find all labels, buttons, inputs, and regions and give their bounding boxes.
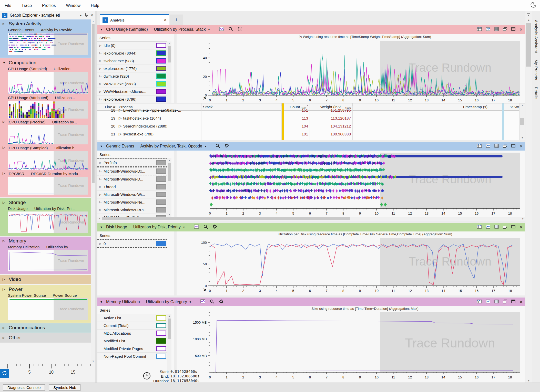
expander-icon[interactable]: ▷: [99, 44, 102, 47]
scroll-up-icon[interactable]: ▲: [167, 158, 171, 162]
series-row[interactable]: Non-Paged Pool Commit: [97, 353, 167, 360]
tab-analysis[interactable]: 1 Analysis ×: [100, 14, 169, 25]
menu-item-profiles[interactable]: Profiles: [42, 3, 56, 8]
table-only-icon[interactable]: [494, 27, 499, 32]
sidebar-graph-label-row[interactable]: CPU Usage (Attributed)Utilization...: [0, 96, 91, 100]
gear-icon[interactable]: [219, 299, 223, 305]
scroll-thumb[interactable]: [168, 163, 171, 181]
graph-explorer-header[interactable]: 1 Graph Explorer - sample.etl ▼ ×: [0, 11, 95, 19]
expander-icon[interactable]: ▷: [99, 98, 102, 101]
gallery-icon[interactable]: [200, 299, 205, 304]
expander-icon[interactable]: ▷: [3, 239, 6, 243]
expander-icon[interactable]: ▷: [3, 22, 6, 26]
gear-icon[interactable]: [238, 27, 242, 32]
refresh-button[interactable]: [0, 369, 9, 378]
expander-icon[interactable]: ▷: [3, 336, 6, 340]
graph-thumbnail[interactable]: Trace Rundown: [8, 177, 88, 195]
series-row[interactable]: Modified Private Pages: [97, 345, 167, 353]
close-panel-icon[interactable]: ×: [519, 225, 523, 230]
sidebar-section-title-row[interactable]: ▼Computation: [0, 59, 91, 66]
series-row[interactable]: ▷WPRUI.exe (2388): [97, 80, 167, 88]
expander-icon[interactable]: ▷: [119, 124, 122, 128]
expander-icon[interactable]: ▷: [3, 201, 6, 204]
close-panel-icon[interactable]: ×: [519, 299, 523, 304]
gallery-icon[interactable]: [194, 225, 199, 230]
series-row[interactable]: ▷Thread: [97, 183, 167, 191]
collapse-arrow-icon[interactable]: ▼: [100, 145, 104, 148]
side-tab-details[interactable]: Details: [534, 87, 538, 99]
open-copy-icon[interactable]: [503, 144, 507, 149]
panel-divider[interactable]: [95, 11, 97, 383]
chevron-down-icon[interactable]: ▼: [80, 14, 82, 17]
series-row[interactable]: ▷Microsoft-Windows-Ne...: [97, 198, 167, 206]
graph-thumbnail[interactable]: Trace Rundown: [8, 101, 88, 119]
expander-icon[interactable]: ▷: [119, 108, 122, 112]
sidebar-section-title-row[interactable]: ▷Memory: [0, 237, 91, 244]
series-row[interactable]: ▷svchost.exe (988): [97, 57, 167, 65]
expander-icon[interactable]: ▷: [99, 90, 102, 93]
series-row[interactable]: ▷Microsoft-Windows-Dx...: [97, 167, 167, 175]
side-tab-analysis-assistant[interactable]: Analysis Assistant: [534, 20, 538, 53]
panel-header[interactable]: ▼ Memory Utilization Utilization by Cate…: [97, 298, 525, 306]
sidebar-section-title-row[interactable]: ▷Storage: [0, 199, 91, 206]
expander-icon[interactable]: ▷: [99, 201, 102, 204]
pin-icon[interactable]: [84, 13, 88, 18]
expander-icon[interactable]: ▷: [99, 161, 102, 164]
close-panel-icon[interactable]: ×: [519, 144, 523, 149]
scroll-down-icon[interactable]: ▼: [519, 136, 525, 140]
graph-only-icon[interactable]: [486, 225, 490, 230]
graph-only-icon[interactable]: [486, 144, 490, 149]
scroll-left-icon[interactable]: ◄: [97, 217, 101, 221]
open-copy-icon[interactable]: [503, 300, 507, 304]
maximize-panel-icon[interactable]: [511, 27, 515, 32]
scroll-thumb[interactable]: [520, 118, 524, 125]
sidebar-graph-label-row[interactable]: CPU Usage (Sampled)Utilization...: [0, 67, 91, 71]
scroll-down-icon[interactable]: ▼: [525, 379, 532, 383]
preset-dropdown[interactable]: Utilization by Process, Stack▼: [154, 27, 210, 32]
series-column-header[interactable]: Series: [97, 151, 167, 158]
menu-item-help[interactable]: Help: [91, 3, 99, 8]
document-well-menu-icon[interactable]: [525, 11, 532, 18]
expander-icon[interactable]: ▷: [99, 242, 102, 245]
series-scrollbar[interactable]: ▲▼: [167, 158, 171, 217]
series-row[interactable]: ▷Microsoft-Windows-D...: [97, 175, 167, 183]
graph-and-table-icon[interactable]: [477, 225, 482, 230]
series-row[interactable]: ▷explorer.exe (1776): [97, 65, 167, 72]
series-row[interactable]: ▷Idle (0): [97, 42, 167, 49]
scroll-up-icon[interactable]: ▲: [91, 19, 95, 24]
table-row[interactable]: 20▷SearchIndexer.exe (2880)104104.131212…: [97, 122, 525, 130]
expander-icon[interactable]: ▷: [99, 170, 102, 173]
graph-thumbnail[interactable]: Trace Rundown: [8, 151, 88, 170]
expander-icon[interactable]: ▷: [3, 172, 6, 176]
series-row[interactable]: ▷Perfinfo: [97, 158, 167, 167]
gear-icon[interactable]: [212, 224, 217, 230]
sidebar-section-title-row[interactable]: ▷System Activity: [0, 20, 91, 27]
series-row[interactable]: ▷Microsoft-Windows-Wi...: [97, 191, 167, 198]
preset-dropdown[interactable]: Utilization by Category▼: [146, 300, 192, 304]
expander-icon[interactable]: ▷: [99, 193, 102, 196]
sidebar-graph-label-row[interactable]: ▷DPC/ISRDPC/ISR Duration by Modu...: [0, 172, 91, 176]
table-only-icon[interactable]: [494, 144, 499, 149]
expander-icon[interactable]: ▷: [99, 185, 102, 188]
expander-icon[interactable]: ▷: [3, 288, 6, 291]
series-row[interactable]: ▷0: [97, 239, 167, 248]
series-column-header[interactable]: Series: [97, 34, 167, 42]
open-copy-icon[interactable]: [503, 225, 507, 230]
table-row[interactable]: 18▷LiveComm.exe <pple-ae58af2e-...151151…: [97, 106, 525, 114]
graph-and-table-icon[interactable]: [477, 144, 482, 149]
cpu-usage-chart[interactable]: Trace Rundown% Weight using resource tim…: [177, 34, 525, 103]
sidebar-graph-label-row[interactable]: Disk UsageUtilization by Disk, Pri...: [0, 206, 91, 211]
graph-only-icon[interactable]: [486, 27, 490, 32]
maximize-panel-icon[interactable]: [511, 300, 515, 304]
diagnostic-console-button[interactable]: Diagnostic Console: [3, 384, 45, 391]
table-row[interactable]: 22▷svchost.exe (800)9797.1122360.13: [97, 138, 525, 140]
gear-icon[interactable]: [225, 143, 229, 149]
theme-moon-icon[interactable]: [530, 2, 536, 9]
expander-icon[interactable]: ▷: [99, 82, 102, 85]
scroll-thumb[interactable]: [168, 319, 171, 339]
expander-icon[interactable]: ▷: [99, 75, 102, 78]
table-only-icon[interactable]: [494, 300, 499, 304]
expander-icon[interactable]: ▷: [3, 278, 6, 281]
open-copy-icon[interactable]: [503, 27, 507, 32]
expander-icon[interactable]: ▷: [3, 120, 6, 124]
